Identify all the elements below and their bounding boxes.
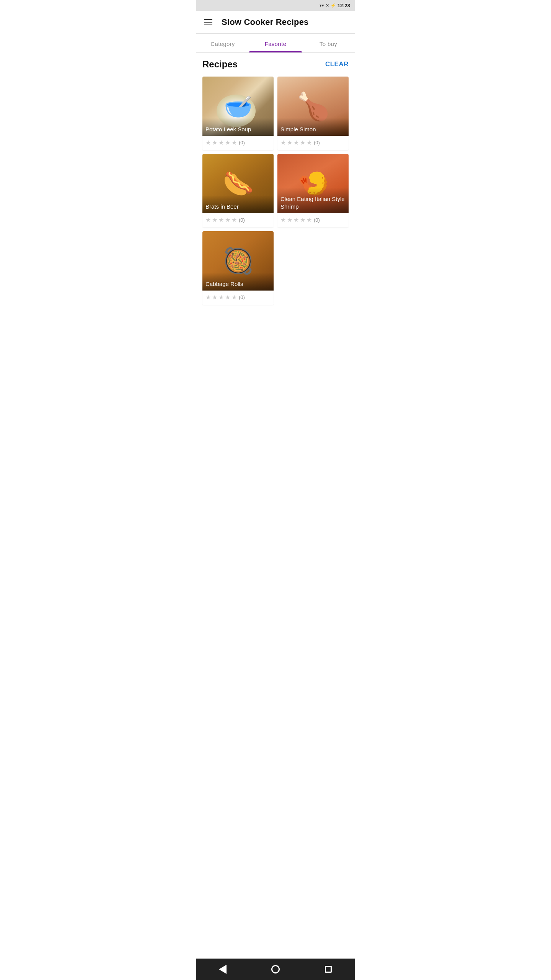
recipe-card-potato-leek-soup[interactable]: Potato Leek Soup ★ ★ ★ ★ ★ (0) (202, 77, 274, 150)
star-1: ★ (205, 139, 211, 146)
star-5: ★ (306, 139, 312, 146)
star-5: ★ (231, 139, 237, 146)
clear-button[interactable]: CLEAR (325, 60, 349, 68)
star-1: ★ (280, 139, 286, 146)
recipe-name-clean-eating-shrimp: Clean Eating Italian Style Shrimp (277, 188, 349, 213)
recipe-rating-potato-leek-soup: ★ ★ ★ ★ ★ (0) (202, 136, 274, 150)
signal-icon: ✕ (326, 3, 329, 8)
content-area: Recipes CLEAR Potato Leek Soup ★ ★ ★ ★ ★… (196, 53, 355, 338)
rating-count-cabbage-rolls: (0) (239, 294, 245, 300)
star-4: ★ (300, 139, 305, 146)
recipe-image-clean-eating-shrimp: Clean Eating Italian Style Shrimp (277, 154, 349, 213)
star-4: ★ (225, 294, 230, 301)
star-3: ★ (218, 216, 224, 224)
recipe-card-brats-in-beer[interactable]: Brats in Beer ★ ★ ★ ★ ★ (0) (202, 154, 274, 227)
status-time: 12:28 (337, 3, 350, 8)
star-2: ★ (287, 216, 292, 224)
tab-favorite[interactable]: Favorite (249, 34, 302, 52)
star-1: ★ (205, 294, 211, 301)
recipe-rating-cabbage-rolls: ★ ★ ★ ★ ★ (0) (202, 291, 274, 305)
tab-tobuy[interactable]: To buy (302, 34, 355, 52)
recipe-card-clean-eating-shrimp[interactable]: Clean Eating Italian Style Shrimp ★ ★ ★ … (277, 154, 349, 227)
battery-icon: ⚡ (331, 3, 336, 8)
star-4: ★ (300, 216, 305, 224)
recipe-grid: Potato Leek Soup ★ ★ ★ ★ ★ (0) Simple Si… (202, 77, 349, 305)
recipe-rating-clean-eating-shrimp: ★ ★ ★ ★ ★ (0) (277, 213, 349, 227)
recipe-image-cabbage-rolls: Cabbage Rolls (202, 231, 274, 291)
star-2: ★ (212, 139, 217, 146)
recipe-rating-simple-simon: ★ ★ ★ ★ ★ (0) (277, 136, 349, 150)
star-3: ★ (293, 216, 299, 224)
status-icons: ▾▾ ✕ ⚡ 12:28 (320, 3, 350, 8)
recipe-card-simple-simon[interactable]: Simple Simon ★ ★ ★ ★ ★ (0) (277, 77, 349, 150)
recipe-image-brats-in-beer: Brats in Beer (202, 154, 274, 213)
rating-count-potato-leek-soup: (0) (239, 140, 245, 145)
star-5: ★ (231, 216, 237, 224)
tab-category[interactable]: Category (196, 34, 249, 52)
recipe-name-potato-leek-soup: Potato Leek Soup (202, 118, 274, 136)
recipe-name-brats-in-beer: Brats in Beer (202, 195, 274, 214)
tab-bar: Category Favorite To buy (196, 34, 355, 53)
star-1: ★ (205, 216, 211, 224)
star-4: ★ (225, 139, 230, 146)
rating-count-brats-in-beer: (0) (239, 217, 245, 223)
star-2: ★ (212, 294, 217, 301)
star-4: ★ (225, 216, 230, 224)
star-3: ★ (218, 294, 224, 301)
hamburger-line-3 (204, 24, 212, 25)
rating-count-clean-eating-shrimp: (0) (314, 217, 320, 223)
rating-count-simple-simon: (0) (314, 140, 320, 145)
recipe-name-cabbage-rolls: Cabbage Rolls (202, 273, 274, 291)
recipe-name-simple-simon: Simple Simon (277, 118, 349, 136)
hamburger-line-2 (204, 22, 212, 23)
menu-button[interactable] (202, 18, 214, 27)
recipe-rating-brats-in-beer: ★ ★ ★ ★ ★ (0) (202, 213, 274, 227)
status-bar: ▾▾ ✕ ⚡ 12:28 (196, 0, 355, 11)
recipes-title: Recipes (202, 59, 238, 70)
recipe-image-potato-leek-soup: Potato Leek Soup (202, 77, 274, 136)
recipe-card-cabbage-rolls[interactable]: Cabbage Rolls ★ ★ ★ ★ ★ (0) (202, 231, 274, 305)
star-2: ★ (287, 139, 292, 146)
wifi-icon: ▾▾ (320, 3, 324, 8)
app-bar: Slow Cooker Recipes (196, 11, 355, 34)
bottom-spacer (202, 305, 349, 332)
app-title: Slow Cooker Recipes (222, 17, 309, 27)
star-2: ★ (212, 216, 217, 224)
star-5: ★ (231, 294, 237, 301)
recipes-header: Recipes CLEAR (202, 59, 349, 70)
star-5: ★ (306, 216, 312, 224)
recipe-image-simple-simon: Simple Simon (277, 77, 349, 136)
star-3: ★ (218, 139, 224, 146)
star-1: ★ (280, 216, 286, 224)
star-3: ★ (293, 139, 299, 146)
hamburger-line-1 (204, 19, 212, 20)
